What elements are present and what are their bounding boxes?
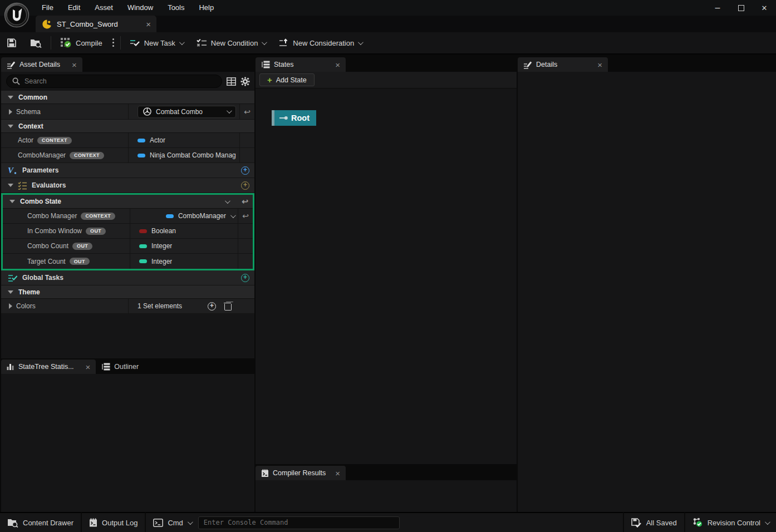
save-button[interactable] <box>0 32 23 54</box>
root-arrow-icon <box>279 116 288 120</box>
property-value: Ninja Combat Combo Manager C <box>150 151 236 159</box>
menu-tools[interactable]: Tools <box>160 0 191 16</box>
compile-button[interactable]: Compile <box>53 32 109 54</box>
row-actor[interactable]: Actor CONTEXT Actor <box>1 133 254 148</box>
asset-tab-st-combo-sword[interactable]: ST_Combo_Sword <box>36 16 156 32</box>
out-badge: OUT <box>72 243 92 250</box>
property-label: Schema <box>16 108 41 116</box>
menu-asset[interactable]: Asset <box>87 0 120 16</box>
chevron-down-icon <box>230 213 236 218</box>
menu-edit[interactable]: Edit <box>61 0 87 16</box>
tab-asset-details[interactable]: Asset Details <box>1 57 82 72</box>
type-pill-integer-icon <box>139 244 147 248</box>
browse-to-asset-button[interactable] <box>23 32 48 54</box>
states-panel: States Add State Root <box>256 57 517 464</box>
compile-label: Compile <box>76 39 102 47</box>
add-evaluator-icon[interactable] <box>241 181 249 190</box>
revision-control-label: Revision Control <box>708 519 760 527</box>
tab-close-icon[interactable] <box>86 362 91 372</box>
chevron-down-icon <box>765 519 770 525</box>
tab-states[interactable]: States <box>256 57 346 72</box>
new-consideration-button[interactable]: New Consideration <box>272 32 369 54</box>
add-global-task-icon[interactable] <box>241 274 249 282</box>
tab-outliner[interactable]: Outliner <box>96 359 144 374</box>
search-box[interactable] <box>6 75 222 88</box>
tab-close-icon[interactable] <box>335 60 340 70</box>
add-parameter-icon[interactable] <box>241 166 249 175</box>
name-cell: Combo Manager CONTEXT <box>3 209 130 223</box>
evaluators-icon <box>18 181 27 190</box>
maximize-button[interactable] <box>729 0 753 16</box>
all-saved-button[interactable]: All Saved <box>624 513 684 532</box>
triangle-right-icon[interactable] <box>9 109 12 115</box>
value-cell: Boolean <box>130 224 238 238</box>
row-global-tasks[interactable]: Global Tasks <box>1 270 254 285</box>
value-cell[interactable]: ComboManager <box>130 209 238 223</box>
name-cell: Actor CONTEXT <box>1 133 129 147</box>
add-color-icon[interactable] <box>208 302 216 311</box>
tab-compiler-results[interactable]: Compiler Results <box>256 466 346 480</box>
new-condition-icon <box>197 38 207 47</box>
menu-help[interactable]: Help <box>191 0 221 16</box>
settings-gear-icon[interactable] <box>240 77 250 86</box>
triangle-right-icon[interactable] <box>9 303 12 309</box>
tab-close-icon[interactable] <box>597 60 602 70</box>
output-log-button[interactable]: Output Log <box>82 513 145 532</box>
tab-close-icon[interactable] <box>72 60 77 70</box>
schema-value-cell: Combat Combo <box>129 104 240 119</box>
asset-tab-close-icon[interactable] <box>146 19 151 29</box>
view-options-grid-icon[interactable] <box>227 77 236 86</box>
delete-icon[interactable] <box>224 302 231 311</box>
chevron-down-icon <box>262 40 267 45</box>
tab-close-icon[interactable] <box>335 469 340 478</box>
close-button[interactable] <box>753 0 776 16</box>
content-drawer-button[interactable]: Content Drawer <box>0 513 81 532</box>
close-icon <box>762 4 768 12</box>
states-hierarchy-icon <box>261 61 270 68</box>
tab-label: Asset Details <box>19 61 60 68</box>
section-common[interactable]: Common <box>1 91 254 104</box>
type-pill-object-icon <box>137 154 145 157</box>
tab-label: StateTree Statis... <box>18 363 74 371</box>
cmd-selector[interactable]: Cmd <box>146 513 193 532</box>
section-combo-state[interactable]: Combo State <box>3 195 253 209</box>
chevron-down-icon[interactable] <box>225 198 230 204</box>
row-combomanager[interactable]: ComboManager CONTEXT Ninja Combat Combo … <box>1 148 254 163</box>
type-pill-integer-icon <box>139 259 147 263</box>
out-badge: OUT <box>86 228 106 235</box>
console-command-box[interactable] <box>198 516 400 529</box>
new-task-button[interactable]: New Task <box>123 32 190 54</box>
section-context[interactable]: Context <box>1 120 254 133</box>
add-state-button[interactable]: Add State <box>259 73 315 86</box>
minimize-button[interactable] <box>706 0 729 16</box>
tab-label: Details <box>536 61 557 68</box>
row-colors[interactable]: Colors 1 Set elements <box>1 299 254 314</box>
property-label: ComboManager <box>18 151 66 159</box>
console-command-input[interactable] <box>204 519 394 526</box>
revision-control-button[interactable]: Revision Control <box>685 513 776 532</box>
tab-details[interactable]: Details <box>518 57 608 72</box>
search-input[interactable] <box>24 77 216 85</box>
row-evaluators[interactable]: Evaluators <box>1 178 254 193</box>
search-icon <box>12 77 20 85</box>
root-state-node[interactable]: Root <box>272 110 316 126</box>
reset-to-default-icon[interactable] <box>242 197 248 206</box>
tab-label: Outliner <box>114 363 139 371</box>
schema-dropdown[interactable]: Combat Combo <box>137 106 236 118</box>
row-combo-manager[interactable]: Combo Manager CONTEXT ComboManager <box>3 209 253 224</box>
reset-to-default-icon[interactable] <box>244 107 251 117</box>
section-theme[interactable]: Theme <box>1 285 254 299</box>
reset-to-default-icon[interactable] <box>242 211 249 221</box>
row-in-combo-window[interactable]: In Combo Window OUT Boolean <box>3 224 253 239</box>
property-label: Combo Manager <box>27 212 77 220</box>
new-condition-label: New Condition <box>211 39 258 47</box>
menu-file[interactable]: File <box>35 0 61 16</box>
row-combo-count[interactable]: Combo Count OUT Integer <box>3 239 253 254</box>
new-condition-button[interactable]: New Condition <box>190 32 273 54</box>
row-parameters[interactable]: V Parameters <box>1 163 254 178</box>
menu-window[interactable]: Window <box>120 0 160 16</box>
compile-options-kebab-icon[interactable] <box>112 38 115 47</box>
tab-statetree-statistics[interactable]: StateTree Statis... <box>1 359 96 374</box>
row-schema: Schema Combat Combo <box>1 104 254 120</box>
row-target-count[interactable]: Target Count OUT Integer <box>3 254 253 269</box>
